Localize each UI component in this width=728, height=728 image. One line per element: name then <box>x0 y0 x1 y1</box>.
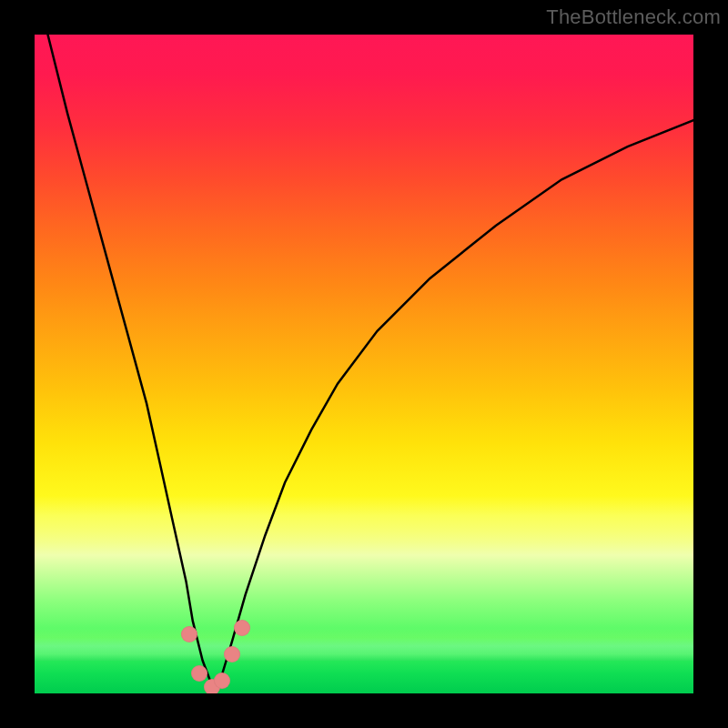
valley-marker <box>224 646 240 662</box>
bottleneck-curve <box>35 35 693 693</box>
plot-area <box>35 35 693 693</box>
attribution-label: TheBottleneck.com <box>546 5 721 29</box>
valley-marker <box>181 626 197 642</box>
chart-frame: TheBottleneck.com <box>0 0 728 728</box>
valley-marker <box>214 672 230 689</box>
valley-marker <box>234 620 250 636</box>
